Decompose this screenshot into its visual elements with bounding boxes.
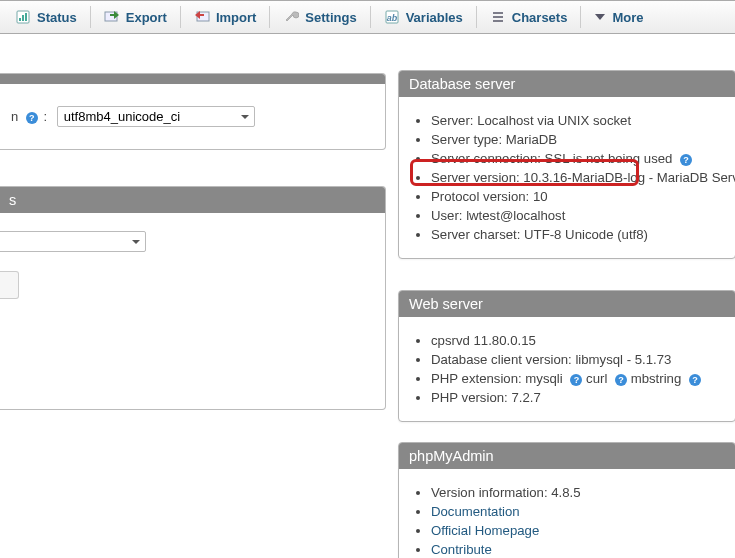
dbserver-server: Server: Localhost via UNIX socket — [431, 111, 725, 130]
status-icon — [15, 9, 31, 25]
divider — [580, 6, 581, 28]
help-icon[interactable]: ? — [26, 112, 38, 124]
webserver-software: cpsrvd 11.80.0.15 — [431, 331, 725, 350]
webserver-title: Web server — [399, 291, 735, 317]
dbserver-type: Server type: MariaDB — [431, 130, 725, 149]
collation-label-colon: : — [43, 109, 47, 124]
help-icon[interactable]: ? — [570, 374, 582, 386]
help-icon[interactable]: ? — [680, 154, 692, 166]
panel-header-2: s — [0, 187, 385, 213]
import-label: Import — [216, 10, 256, 25]
truncated-button[interactable] — [0, 271, 19, 299]
database-server-panel: Database server Server: Localhost via UN… — [398, 70, 735, 259]
collation-select[interactable]: utf8mb4_unicode_ci — [57, 106, 255, 127]
tab-import[interactable]: Import — [184, 5, 266, 29]
tab-export[interactable]: Export — [94, 5, 177, 29]
divider — [476, 6, 477, 28]
svg-rect-2 — [22, 15, 24, 21]
dbserver-protocol: Protocol version: 10 — [431, 187, 725, 206]
webserver-dbclient: Database client version: libmysql - 5.1.… — [431, 350, 725, 369]
dbserver-title: Database server — [399, 71, 735, 97]
settings-label: Settings — [305, 10, 356, 25]
variables-icon: ab — [384, 9, 400, 25]
dbserver-body: Server: Localhost via UNIX socket Server… — [399, 97, 735, 258]
svg-rect-3 — [25, 13, 27, 21]
svg-rect-7 — [200, 14, 204, 16]
help-icon[interactable]: ? — [615, 374, 627, 386]
tab-charsets[interactable]: Charsets — [480, 5, 578, 29]
pma-doc-link[interactable]: Documentation — [431, 504, 520, 519]
pma-body: Version information: 4.8.5 Documentation… — [399, 469, 735, 558]
export-icon — [104, 9, 120, 25]
export-label: Export — [126, 10, 167, 25]
web-server-panel: Web server cpsrvd 11.80.0.15 Database cl… — [398, 290, 735, 422]
svg-rect-1 — [19, 18, 21, 21]
divider — [180, 6, 181, 28]
content-area: n ? : utf8mb4_unicode_ci s Da — [0, 38, 735, 558]
tab-more[interactable]: More — [584, 6, 653, 29]
dbserver-user: User: lwtest@localhost — [431, 206, 725, 225]
appearance-settings-panel: s — [0, 186, 386, 410]
svg-text:ab: ab — [386, 13, 397, 23]
divider — [269, 6, 270, 28]
divider — [90, 6, 91, 28]
phpext-mbstring: mbstring — [631, 371, 682, 386]
variables-label: Variables — [406, 10, 463, 25]
chevron-down-icon — [594, 11, 606, 23]
webserver-phpext: PHP extension: mysqli ? curl ? mbstring … — [431, 369, 725, 388]
import-icon — [194, 9, 210, 25]
dbserver-charset: Server charset: UTF-8 Unicode (utf8) — [431, 225, 725, 244]
phpext-mysqli: mysqli — [525, 371, 562, 386]
tab-status[interactable]: Status — [5, 5, 87, 29]
webserver-body: cpsrvd 11.80.0.15 Database client versio… — [399, 317, 735, 421]
status-label: Status — [37, 10, 77, 25]
phpext-label: PHP extension: — [431, 371, 522, 386]
divider — [370, 6, 371, 28]
dbserver-conn-text: Server connection: SSL is not being used — [431, 151, 672, 166]
language-select[interactable] — [0, 231, 146, 252]
svg-rect-5 — [110, 14, 114, 16]
dbserver-conn: Server connection: SSL is not being used… — [431, 149, 725, 168]
pma-title: phpMyAdmin — [399, 443, 735, 469]
pma-version: Version information: 4.8.5 — [431, 483, 725, 502]
more-label: More — [612, 10, 643, 25]
tab-variables[interactable]: ab Variables — [374, 5, 473, 29]
help-icon[interactable]: ? — [689, 374, 701, 386]
charsets-label: Charsets — [512, 10, 568, 25]
panel-header — [0, 74, 385, 84]
tab-settings[interactable]: Settings — [273, 5, 366, 29]
pma-home-link[interactable]: Official Homepage — [431, 523, 539, 538]
panel-body: n ? : utf8mb4_unicode_ci — [0, 84, 385, 149]
wrench-icon — [283, 9, 299, 25]
pma-contribute-link[interactable]: Contribute — [431, 542, 492, 557]
panel-body-2 — [0, 213, 385, 249]
webserver-phpver: PHP version: 7.2.7 — [431, 388, 725, 407]
general-settings-panel: n ? : utf8mb4_unicode_ci — [0, 73, 386, 150]
top-toolbar: Status Export Import Settings ab Variabl… — [0, 0, 735, 34]
phpext-curl: curl — [586, 371, 607, 386]
charsets-icon — [490, 9, 506, 25]
dbserver-version: Server version: 10.3.16-MariaDB-log - Ma… — [431, 168, 725, 187]
phpmyadmin-panel: phpMyAdmin Version information: 4.8.5 Do… — [398, 442, 735, 558]
